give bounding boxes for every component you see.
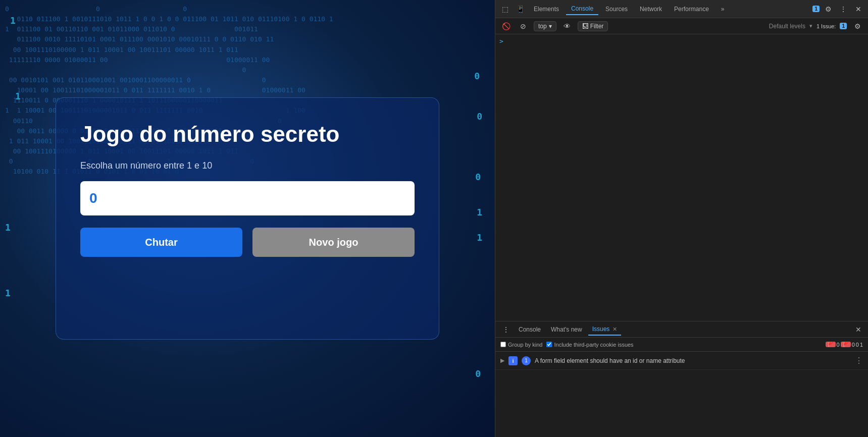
top-label: top <box>538 23 547 30</box>
float-5: 0 <box>474 71 480 81</box>
buttons-row: Chutar Novo jogo <box>80 228 415 257</box>
issue-count: 1 <box>522 356 531 365</box>
settings-filter-icon[interactable]: ⚙ <box>851 20 864 33</box>
number-input[interactable] <box>80 181 415 215</box>
mobile-icon[interactable]: 📱 <box>514 3 527 16</box>
third-party-filter[interactable]: Include third-party cookie issues <box>546 342 633 348</box>
bot-tab-console[interactable]: Console <box>515 324 545 335</box>
issues-tab-close-icon[interactable]: ✕ <box>612 326 617 332</box>
issue-type-icon: i <box>508 356 518 365</box>
issue-expand-icon[interactable]: ▶ <box>500 357 504 364</box>
tab-console[interactable]: Console <box>566 3 598 15</box>
issues-list: ▶ i 1 A form field element should have a… <box>495 352 868 437</box>
orange-badge: 🚩 <box>841 342 851 347</box>
clear-console-icon[interactable]: 🚫 <box>499 20 513 33</box>
issues-count-display: 🚩 0 🚩 0 0 1 <box>826 342 863 348</box>
bottom-options-icon[interactable]: ⋮ <box>499 323 513 336</box>
devtools-toolbar: ⬚ 📱 Elements Console Sources Network Per… <box>495 0 868 18</box>
tab-sources[interactable]: Sources <box>600 4 633 15</box>
levels-chevron-icon: ▾ <box>809 23 812 29</box>
bottom-panel-close-icon[interactable]: ✕ <box>853 324 864 335</box>
close-devtools-icon[interactable]: ✕ <box>852 3 865 16</box>
tab-more[interactable]: » <box>716 4 730 15</box>
issues-label: 1 Issue: <box>816 23 836 29</box>
issue-text: A form field element should have an id o… <box>535 357 685 364</box>
game-card: Jogo do número secreto Escolha um número… <box>56 97 439 340</box>
filter-bar: 🚫 ⊘ top ▾ 👁 ⛾ Filter Default levels ▾ 1 … <box>495 18 868 34</box>
float-4: 1 <box>5 288 11 298</box>
game-panel: 0 0 0 0110 011100 1 0010111010 1011 1 0 … <box>0 0 495 437</box>
issue-more-icon[interactable]: ⋮ <box>855 356 863 365</box>
issues-count-badge: 1 <box>840 23 847 29</box>
float-2: 1 <box>15 91 21 101</box>
bottom-panel: ⋮ Console What's new Issues ✕ ✕ Group by… <box>495 321 868 437</box>
issues-filters: Group by kind Include third-party cookie… <box>495 338 868 352</box>
new-game-button[interactable]: Novo jogo <box>252 228 415 257</box>
stop-icon[interactable]: ⊘ <box>517 20 530 33</box>
float-1: 1 <box>10 15 16 26</box>
float-6: 0 <box>477 111 482 122</box>
console-area: > <box>495 34 868 321</box>
issue-row[interactable]: ▶ i 1 A form field element should have a… <box>495 352 868 370</box>
tab-network[interactable]: Network <box>635 4 667 15</box>
bot-tab-whats-new[interactable]: What's new <box>547 324 586 335</box>
game-title: Jogo do número secreto <box>80 122 415 146</box>
eye-icon[interactable]: 👁 <box>560 20 574 33</box>
third-party-checkbox[interactable] <box>546 342 552 347</box>
tab-elements[interactable]: Elements <box>529 4 564 15</box>
levels-label: Default levels <box>769 23 805 30</box>
bot-tab-issues[interactable]: Issues ✕ <box>588 323 621 336</box>
tab-performance[interactable]: Performance <box>669 4 714 15</box>
float-3: 1 <box>5 222 11 233</box>
float-9: 1 <box>477 232 482 243</box>
filter-label: Filter <box>590 23 604 30</box>
filter-input[interactable]: ⛾ Filter <box>578 21 608 31</box>
more-options-icon[interactable]: ⋮ <box>837 3 850 16</box>
game-subtitle: Escolha um número entre 1 e 10 <box>80 160 415 171</box>
group-by-kind-filter[interactable]: Group by kind <box>500 342 542 348</box>
red-badge: 🚩 <box>826 342 836 347</box>
filter-icon: ⛾ <box>582 23 588 30</box>
group-by-kind-checkbox[interactable] <box>500 342 506 347</box>
console-prompt: > <box>495 34 868 48</box>
guess-button[interactable]: Chutar <box>80 228 242 257</box>
devtools-panel: ⬚ 📱 Elements Console Sources Network Per… <box>495 0 868 437</box>
bottom-tabs: ⋮ Console What's new Issues ✕ ✕ <box>495 321 868 338</box>
top-chevron-icon: ▾ <box>549 23 552 30</box>
settings-icon[interactable]: ⚙ <box>822 3 835 16</box>
inspect-icon[interactable]: ⬚ <box>498 3 512 16</box>
devtools-badge: 1 <box>812 6 820 12</box>
float-10: 0 <box>475 368 481 379</box>
float-7: 0 <box>475 172 481 182</box>
top-context-selector[interactable]: top ▾ <box>534 21 556 31</box>
float-8: 1 <box>477 207 482 217</box>
